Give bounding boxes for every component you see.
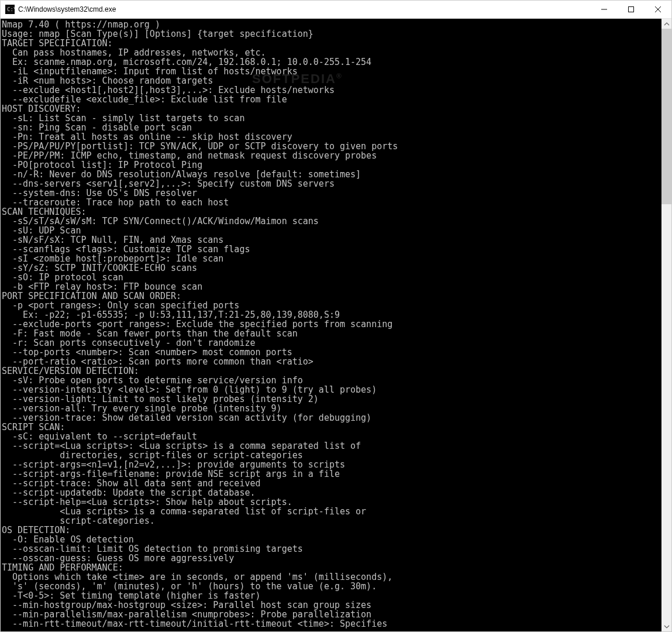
console-line: script-categories.: [2, 516, 661, 525]
console-line: --exclude-ports <port ranges>: Exclude t…: [2, 320, 661, 329]
vertical-scrollbar[interactable]: [661, 19, 671, 631]
console-line: -b <FTP relay host>: FTP bounce scan: [2, 282, 661, 291]
console-line: -sC: equivalent to --script=default: [2, 432, 661, 441]
console-output[interactable]: Nmap 7.40 ( https://nmap.org )Usage: nma…: [1, 19, 661, 631]
console-line: -sS/sT/sA/sW/sM: TCP SYN/Connect()/ACK/W…: [2, 217, 661, 226]
minimize-button[interactable]: [591, 1, 618, 18]
console-line: -PE/PP/PM: ICMP echo, timestamp, and net…: [2, 151, 661, 160]
console-line: -F: Fast mode - Scan fewer ports than th…: [2, 329, 661, 338]
console-line: TARGET SPECIFICATION:: [2, 39, 661, 48]
window-title: C:\Windows\system32\cmd.exe: [18, 1, 591, 18]
console-line: --version-light: Limit to most likely pr…: [2, 394, 661, 404]
console-line: --top-ports <number>: Scan <number> most…: [2, 348, 661, 357]
console-line: --osscan-limit: Limit OS detection to pr…: [2, 544, 661, 554]
console-line: --min-parallelism/max-parallelism <numpr…: [2, 610, 661, 619]
console-line: --scanflags <flags>: Customize TCP scan …: [2, 245, 661, 254]
cmd-icon: C:\: [5, 5, 15, 14]
console-line: -r: Scan ports consecutively - don't ran…: [2, 338, 661, 348]
window-buttons: [591, 1, 671, 18]
console-line: --traceroute: Trace hop path to each hos…: [2, 198, 661, 207]
console-line: Ex: scanme.nmap.org, microsoft.com/24, 1…: [2, 57, 661, 67]
console-line: --exclude <host1[,host2][,host3],...>: E…: [2, 85, 661, 95]
console-line: --version-trace: Show detailed version s…: [2, 413, 661, 423]
console-line: TIMING AND PERFORMANCE:: [2, 563, 661, 572]
console-line: --script-help=<Lua scripts>: Show help a…: [2, 497, 661, 507]
console-line: -PO[protocol list]: IP Protocol Ping: [2, 160, 661, 170]
console-line: <Lua scripts> is a comma-separated list …: [2, 507, 661, 516]
console-line: -iL <inputfilename>: Input from list of …: [2, 67, 661, 76]
scroll-track[interactable]: [661, 29, 671, 621]
console-line: -PS/PA/PU/PY[portlist]: TCP SYN/ACK, UDP…: [2, 142, 661, 151]
console-line: PORT SPECIFICATION AND SCAN ORDER:: [2, 291, 661, 301]
console-line: SERVICE/VERSION DETECTION:: [2, 366, 661, 376]
console-line: -sN/sF/sX: TCP Null, FIN, and Xmas scans: [2, 235, 661, 245]
console-line: directories, script-files or script-cate…: [2, 451, 661, 460]
console-line: OS DETECTION:: [2, 525, 661, 535]
console-line: -Pn: Treat all hosts as online -- skip h…: [2, 132, 661, 142]
console-line: Nmap 7.40 ( https://nmap.org ): [2, 20, 661, 29]
console-line: Usage: nmap [Scan Type(s)] [Options] {ta…: [2, 29, 661, 39]
console-line: --port-ratio <ratio>: Scan ports more co…: [2, 357, 661, 366]
console-line: -n/-R: Never do DNS resolution/Always re…: [2, 170, 661, 179]
console-line: --osscan-guess: Guess OS more aggressive…: [2, 554, 661, 563]
client-area: Nmap 7.40 ( https://nmap.org )Usage: nma…: [1, 19, 671, 631]
console-line: Ex: -p22; -p1-65535; -p U:53,111,137,T:2…: [2, 310, 661, 320]
svg-text:C:\: C:\: [7, 6, 15, 12]
console-line: HOST DISCOVERY:: [2, 104, 661, 114]
console-line: -T<0-5>: Set timing template (higher is …: [2, 591, 661, 600]
titlebar[interactable]: C:\ C:\Windows\system32\cmd.exe: [1, 1, 671, 19]
console-line: -O: Enable OS detection: [2, 535, 661, 544]
console-line: -sY/sZ: SCTP INIT/COOKIE-ECHO scans: [2, 263, 661, 273]
console-line: -p <port ranges>: Only scan specified po…: [2, 301, 661, 310]
console-line: SCAN TECHNIQUES:: [2, 207, 661, 217]
console-line: 's' (seconds), 'm' (minutes), or 'h' (ho…: [2, 582, 661, 591]
console-line: SCRIPT SCAN:: [2, 423, 661, 432]
console-line: -sL: List Scan - simply list targets to …: [2, 114, 661, 123]
console-line: --script-updatedb: Update the script dat…: [2, 488, 661, 497]
console-line: -sV: Probe open ports to determine servi…: [2, 376, 661, 385]
console-line: -iR <num hosts>: Choose random targets: [2, 76, 661, 85]
console-line: --excludefile <exclude_file>: Exclude li…: [2, 95, 661, 104]
scroll-up-button[interactable]: [661, 19, 671, 29]
console-line: --system-dns: Use OS's DNS resolver: [2, 188, 661, 198]
console-line: -sn: Ping Scan - disable port scan: [2, 123, 661, 132]
console-line: --min-hostgroup/max-hostgroup <size>: Pa…: [2, 600, 661, 610]
scroll-down-button[interactable]: [661, 621, 671, 631]
console-line: --script-trace: Show all data sent and r…: [2, 479, 661, 488]
console-line: --script=<Lua scripts>: <Lua scripts> is…: [2, 441, 661, 451]
close-button[interactable]: [645, 1, 671, 18]
console-line: --script-args-file=filename: provide NSE…: [2, 469, 661, 479]
console-line: -sI <zombie host[:probeport]>: Idle scan: [2, 254, 661, 263]
console-line: --dns-servers <serv1[,serv2],...>: Speci…: [2, 179, 661, 188]
scroll-thumb[interactable]: [661, 29, 671, 204]
console-line: --version-all: Try every single probe (i…: [2, 404, 661, 413]
console-line: -sU: UDP Scan: [2, 226, 661, 235]
maximize-button[interactable]: [618, 1, 645, 18]
console-line: --version-intensity <level>: Set from 0 …: [2, 385, 661, 394]
console-line: -sO: IP protocol scan: [2, 273, 661, 282]
console-line: --script-args=<n1=v1,[n2=v2,...]>: provi…: [2, 460, 661, 469]
svg-rect-3: [629, 7, 634, 12]
console-line: Options which take <time> are in seconds…: [2, 572, 661, 582]
console-line: --min-rtt-timeout/max-rtt-timeout/initia…: [2, 619, 661, 628]
cmd-window: C:\ C:\Windows\system32\cmd.exe Nmap 7.4…: [0, 0, 672, 632]
console-line: Can pass hostnames, IP addresses, networ…: [2, 48, 661, 57]
